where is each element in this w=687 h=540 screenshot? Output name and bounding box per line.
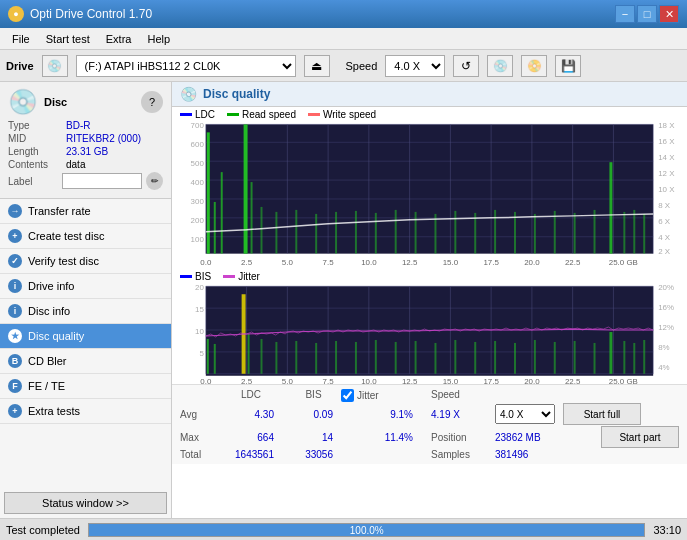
svg-rect-39 <box>534 214 536 254</box>
svg-rect-105 <box>434 343 436 374</box>
sidebar-item-disc-quality[interactable]: ★ Disc quality <box>0 324 171 349</box>
length-label: Length <box>8 146 66 157</box>
create-test-disc-icon: + <box>8 229 22 243</box>
mid-label: MID <box>8 133 66 144</box>
avg-speed: 4.19 X <box>431 409 491 420</box>
menu-start-test[interactable]: Start test <box>38 31 98 47</box>
drive-select[interactable]: (F:) ATAPI iHBS112 2 CL0K <box>76 55 296 77</box>
svg-text:22.5: 22.5 <box>565 258 581 267</box>
chart2-container: 20 15 10 5 20% 16% 12% 8% 4% 0.0 2.5 5.0… <box>172 284 687 384</box>
minimize-button[interactable]: − <box>615 5 635 23</box>
svg-rect-28 <box>315 214 317 254</box>
disc-info-label: Disc info <box>28 305 70 317</box>
disc-info-btn[interactable]: ? <box>141 91 163 113</box>
svg-rect-44 <box>623 212 625 254</box>
sidebar-item-create-test-disc[interactable]: + Create test disc <box>0 224 171 249</box>
label-label: Label <box>8 176 62 187</box>
svg-text:200: 200 <box>191 216 205 225</box>
menu-help[interactable]: Help <box>139 31 178 47</box>
svg-rect-95 <box>248 334 250 374</box>
chart1-container: 700 600 500 400 300 200 100 18 X 16 X 14… <box>172 122 687 267</box>
save-btn[interactable]: 💾 <box>555 55 581 77</box>
svg-rect-35 <box>454 211 456 254</box>
jitter-checkbox[interactable] <box>341 389 354 402</box>
svg-rect-99 <box>315 343 317 374</box>
sidebar-item-fe-te[interactable]: F FE / TE <box>0 374 171 399</box>
svg-text:10: 10 <box>195 327 204 336</box>
svg-text:12.5: 12.5 <box>402 377 418 384</box>
bis-legend-dot <box>180 275 192 278</box>
svg-rect-46 <box>643 214 645 254</box>
menu-file[interactable]: File <box>4 31 38 47</box>
refresh-btn[interactable]: ↺ <box>453 55 479 77</box>
eject-btn[interactable]: ⏏ <box>304 55 330 77</box>
disc-icon: 💿 <box>8 88 38 116</box>
disc-quality-header: 💿 Disc quality <box>172 82 687 107</box>
status-bar: Test completed 100.0% 33:10 <box>0 518 687 540</box>
type-label: Type <box>8 120 66 131</box>
svg-rect-31 <box>375 213 377 254</box>
mid-value: RITEKBR2 (000) <box>66 133 141 144</box>
svg-text:700: 700 <box>191 122 205 130</box>
svg-rect-21 <box>214 202 216 254</box>
extra-tests-icon: + <box>8 404 22 418</box>
status-time: 33:10 <box>653 524 681 536</box>
close-button[interactable]: ✕ <box>659 5 679 23</box>
jitter-legend-label: Jitter <box>238 271 260 282</box>
sidebar-item-extra-tests[interactable]: + Extra tests <box>0 399 171 424</box>
contents-value: data <box>66 159 85 170</box>
start-part-button[interactable]: Start part <box>601 426 679 448</box>
svg-text:2.5: 2.5 <box>241 258 253 267</box>
sidebar-item-verify-test-disc[interactable]: ✓ Verify test disc <box>0 249 171 274</box>
speed-select[interactable]: 4.0 X <box>385 55 445 77</box>
speed-dropdown[interactable]: 4.0 X <box>495 404 555 424</box>
menu-extra[interactable]: Extra <box>98 31 140 47</box>
svg-text:8 X: 8 X <box>658 201 671 210</box>
drive-bar: Drive 💿 (F:) ATAPI iHBS112 2 CL0K ⏏ Spee… <box>0 50 687 82</box>
svg-rect-30 <box>355 211 357 254</box>
start-full-button[interactable]: Start full <box>563 403 641 425</box>
svg-text:600: 600 <box>191 140 205 149</box>
drive-info-label: Drive info <box>28 280 74 292</box>
svg-text:7.5: 7.5 <box>323 258 335 267</box>
svg-rect-92 <box>207 339 209 374</box>
svg-rect-41 <box>574 213 576 254</box>
svg-rect-33 <box>415 212 417 254</box>
svg-rect-20 <box>207 132 210 253</box>
disc-info-icon: i <box>8 304 22 318</box>
svg-rect-45 <box>633 210 635 254</box>
svg-rect-116 <box>633 343 635 374</box>
sidebar-item-transfer-rate[interactable]: → Transfer rate <box>0 199 171 224</box>
label-input[interactable] <box>62 173 142 189</box>
svg-rect-110 <box>534 340 536 374</box>
svg-text:100: 100 <box>191 235 205 244</box>
chart2-legend: BIS Jitter <box>172 269 687 284</box>
svg-rect-25 <box>261 207 263 254</box>
drive-icon-btn[interactable]: 💿 <box>42 55 68 77</box>
svg-rect-117 <box>643 340 645 374</box>
sidebar-item-cd-bler[interactable]: B CD Bler <box>0 349 171 374</box>
svg-text:2 X: 2 X <box>658 247 671 256</box>
svg-rect-104 <box>415 341 417 374</box>
svg-text:15: 15 <box>195 305 204 314</box>
disc-btn2[interactable]: 📀 <box>521 55 547 77</box>
max-bis: 14 <box>286 432 341 443</box>
sidebar-item-disc-info[interactable]: i Disc info <box>0 299 171 324</box>
svg-text:16 X: 16 X <box>658 137 675 146</box>
write-speed-legend-label: Write speed <box>323 109 376 120</box>
svg-text:20%: 20% <box>658 284 674 292</box>
bis-legend-label: BIS <box>195 271 211 282</box>
disc-btn1[interactable]: 💿 <box>487 55 513 77</box>
position-value: 23862 MB <box>495 432 541 443</box>
svg-text:8%: 8% <box>658 343 669 352</box>
fe-te-icon: F <box>8 379 22 393</box>
maximize-button[interactable]: □ <box>637 5 657 23</box>
label-info-btn[interactable]: ✏ <box>146 172 163 190</box>
svg-rect-23 <box>244 124 248 253</box>
svg-text:25.0 GB: 25.0 GB <box>609 377 638 384</box>
speed-label: Speed <box>346 60 378 72</box>
status-window-button[interactable]: Status window >> <box>4 492 167 514</box>
svg-rect-43 <box>609 162 612 253</box>
svg-rect-37 <box>494 210 496 254</box>
sidebar-item-drive-info[interactable]: i Drive info <box>0 274 171 299</box>
